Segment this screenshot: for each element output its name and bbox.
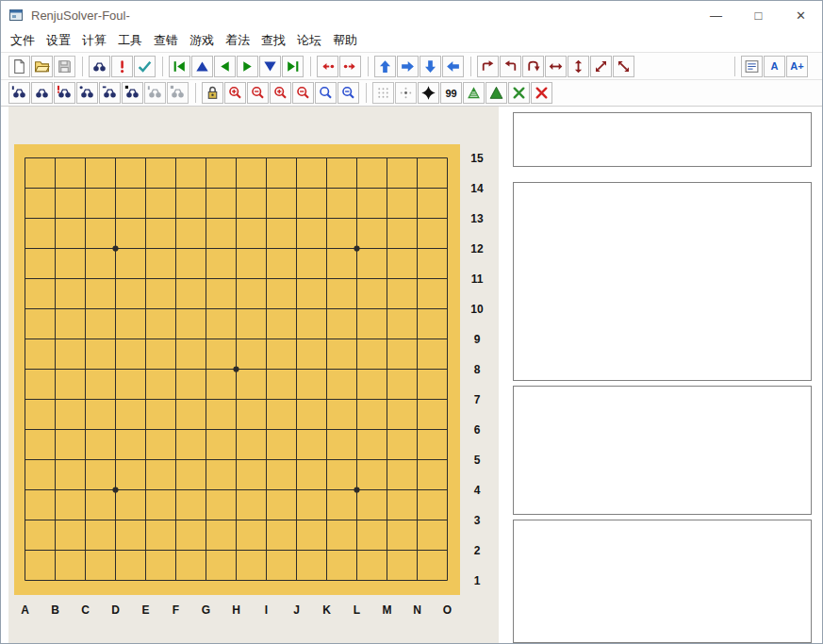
zoom-blue-button[interactable] xyxy=(315,82,337,104)
menu-item-tools[interactable]: 工具 xyxy=(112,29,148,52)
search-mode-7-button[interactable] xyxy=(144,82,166,104)
zoom-out-red-alt-icon xyxy=(295,85,311,101)
menu-item-check-errors[interactable]: 查错 xyxy=(148,29,184,52)
pan-left-icon xyxy=(445,58,461,74)
pan-up-button[interactable] xyxy=(374,56,396,77)
maximize-button[interactable]: □ xyxy=(737,1,780,29)
row-label: 2 xyxy=(465,543,489,558)
jump-forward-button[interactable] xyxy=(339,56,361,77)
column-label: N xyxy=(410,603,425,617)
zoom-out-blue-button[interactable] xyxy=(337,82,359,104)
prev-move-button[interactable] xyxy=(214,56,236,77)
depth-99-label: 99 xyxy=(445,88,456,99)
goban[interactable] xyxy=(14,144,460,595)
column-label: F xyxy=(169,603,184,617)
side-panel-4[interactable] xyxy=(513,520,812,643)
first-move-button[interactable] xyxy=(169,56,190,77)
search-mode-4-button[interactable] xyxy=(76,82,98,104)
flip-horizontal-button[interactable] xyxy=(545,56,567,77)
pyramid-solid-button[interactable] xyxy=(486,82,507,104)
search-mode-1-button[interactable] xyxy=(8,82,30,104)
zoom-in-red-button[interactable] xyxy=(224,82,246,104)
toolbar-separator xyxy=(470,57,471,76)
row-label: 10 xyxy=(465,302,489,317)
zoom-in-red-alt-button[interactable] xyxy=(270,82,291,104)
dotted-grid-button[interactable] xyxy=(372,82,394,104)
menu-item-file[interactable]: 文件 xyxy=(5,29,41,52)
rotate-ccw-button[interactable] xyxy=(500,56,521,77)
save-file-button[interactable] xyxy=(54,56,75,77)
search-mode-2-icon xyxy=(34,85,50,101)
content-area: 151413121110987654321 ABCDEFGHIJKLMNO xyxy=(1,107,822,643)
menu-item-game[interactable]: 游戏 xyxy=(184,29,220,52)
dotted-cross-button[interactable] xyxy=(395,82,417,104)
rotate-cw-button[interactable] xyxy=(477,56,499,77)
new-file-icon xyxy=(11,58,27,74)
row-label: 6 xyxy=(465,422,489,438)
jump-forward-icon xyxy=(342,58,358,74)
pyramid-striped-button[interactable] xyxy=(463,82,485,104)
stone-marker-button[interactable] xyxy=(418,82,439,104)
zoom-out-red-button[interactable] xyxy=(247,82,269,104)
pan-left-button[interactable] xyxy=(442,56,464,77)
search-mode-2-button[interactable] xyxy=(31,82,53,104)
font-large-button[interactable]: A+ xyxy=(786,56,808,77)
search-mode-8-button[interactable] xyxy=(167,82,189,104)
flip-vertical-button[interactable] xyxy=(568,56,589,77)
zoom-out-red-alt-button[interactable] xyxy=(292,82,314,104)
menu-item-compute[interactable]: 计算 xyxy=(76,29,112,52)
prev-move-icon xyxy=(217,58,233,74)
side-panel-3[interactable] xyxy=(513,386,812,515)
jump-back-button[interactable] xyxy=(317,56,338,77)
row-label: 3 xyxy=(465,513,489,528)
app-icon xyxy=(8,8,24,23)
toolbar-separator xyxy=(195,83,196,103)
search-mode-6-button[interactable] xyxy=(122,82,143,104)
rotate-180-button[interactable] xyxy=(522,56,544,77)
menu-item-search[interactable]: 查找 xyxy=(255,29,291,52)
variation-down-button[interactable] xyxy=(259,56,281,77)
search-mode-5-button[interactable] xyxy=(99,82,121,104)
eyeglasses-button[interactable] xyxy=(89,56,110,77)
app-window: RenjuSolver-Foul- — □ ✕ 文件设置计算工具查错游戏着法查找… xyxy=(0,0,823,644)
menu-item-help[interactable]: 帮助 xyxy=(327,29,363,52)
search-mode-3-button[interactable] xyxy=(54,82,75,104)
menu-item-settings[interactable]: 设置 xyxy=(41,29,76,52)
pan-right-button[interactable] xyxy=(397,56,419,77)
x-green-button[interactable] xyxy=(508,82,530,104)
x-red-button[interactable] xyxy=(531,82,552,104)
flip-diagonal-icon xyxy=(593,58,609,74)
info-panel-button[interactable] xyxy=(741,56,763,77)
row-label: 1 xyxy=(465,573,489,588)
last-move-button[interactable] xyxy=(282,56,304,77)
flip-diagonal-button[interactable] xyxy=(590,56,612,77)
alert-button[interactable] xyxy=(111,56,133,77)
variation-up-button[interactable] xyxy=(191,56,213,77)
row-label: 15 xyxy=(465,151,489,166)
side-panel-2[interactable] xyxy=(513,182,812,381)
variation-down-icon xyxy=(262,58,278,74)
close-button[interactable]: ✕ xyxy=(780,1,822,29)
lock-button[interactable] xyxy=(202,82,223,104)
font-normal-button[interactable]: A xyxy=(764,56,785,77)
column-label: C xyxy=(78,603,93,617)
toolbar-main: AA+ xyxy=(1,52,822,79)
search-mode-5-icon xyxy=(102,85,118,101)
search-mode-6-icon xyxy=(124,85,140,101)
next-move-button[interactable] xyxy=(237,56,258,77)
open-file-button[interactable] xyxy=(31,56,53,77)
verify-button[interactable] xyxy=(134,56,156,77)
flip-antidiagonal-button[interactable] xyxy=(613,56,634,77)
column-label: G xyxy=(199,603,214,617)
row-label: 13 xyxy=(465,211,489,226)
column-label: M xyxy=(380,603,395,617)
toolbar-separator xyxy=(162,57,163,76)
pan-down-button[interactable] xyxy=(420,56,441,77)
menu-item-forum[interactable]: 论坛 xyxy=(291,29,327,52)
depth-99-button[interactable]: 99 xyxy=(440,82,462,104)
minimize-button[interactable]: — xyxy=(695,1,737,29)
new-file-button[interactable] xyxy=(8,56,30,77)
side-panel-1[interactable] xyxy=(513,112,812,167)
menu-item-moves[interactable]: 着法 xyxy=(220,29,255,52)
x-red-icon xyxy=(534,85,550,101)
